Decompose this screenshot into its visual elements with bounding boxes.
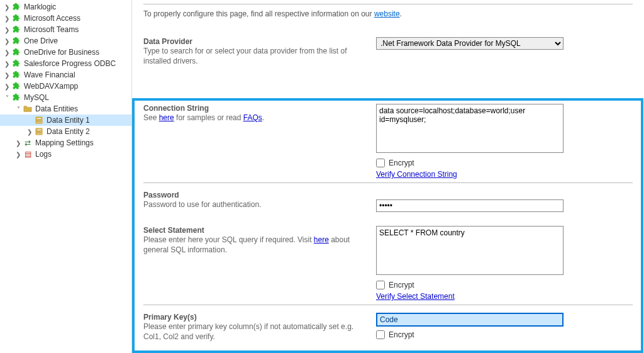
connection-string-desc: See here for samples or read FAQs.: [143, 113, 369, 123]
sidebar-tree: ❯Marklogic❯Microsoft Access❯Microsoft Te…: [0, 0, 131, 353]
tree-item-label: Microsoft Teams: [24, 25, 79, 34]
tree-item-label: MySQL: [24, 93, 49, 102]
tree-item-marklogic[interactable]: ❯Marklogic: [0, 1, 131, 13]
expand-icon[interactable]: ❯: [25, 128, 34, 135]
tree-item-onedrive-for-business[interactable]: ❯OneDrive for Business: [0, 47, 131, 58]
connection-here-link[interactable]: here: [159, 113, 174, 122]
tree-item-label: Mapping Settings: [35, 138, 94, 147]
tree-item-data-entities[interactable]: ˅Data Entities: [0, 103, 131, 115]
svg-rect-5: [37, 130, 42, 131]
puzzle-icon: [11, 25, 21, 35]
connection-string-input[interactable]: [376, 104, 564, 153]
tree-item-data-entity-1[interactable]: Data Entity 1: [0, 115, 131, 126]
connection-faqs-link[interactable]: FAQs: [243, 113, 262, 122]
puzzle-icon: [11, 70, 21, 80]
expand-icon[interactable]: ❯: [3, 72, 11, 79]
divider: [143, 305, 633, 305]
divider: [143, 182, 633, 183]
expand-icon[interactable]: [25, 117, 34, 124]
entity-icon: [34, 115, 44, 125]
tree-item-salesforce-progress-odbc[interactable]: ❯Salesforce Progress ODBC: [0, 58, 131, 69]
select-encrypt-label: Encrypt: [389, 281, 414, 289]
primary-key-encrypt-label: Encrypt: [389, 330, 414, 339]
password-input[interactable]: [376, 199, 564, 212]
tree-item-mapping-settings[interactable]: ❯⇄Mapping Settings: [0, 137, 131, 148]
svg-rect-6: [37, 132, 42, 132]
svg-rect-3: [37, 121, 42, 122]
tree-item-webdavxampp[interactable]: ❯WebDAVXampp: [0, 81, 131, 92]
expand-icon[interactable]: ❯: [3, 83, 11, 90]
tree-item-label: OneDrive for Business: [24, 48, 99, 57]
primary-key-input[interactable]: [376, 313, 564, 327]
tree-item-wave-financial[interactable]: ❯Wave Financial: [0, 69, 131, 81]
logs-icon: ▤: [23, 149, 33, 159]
tree-item-label: Salesforce Progress ODBC: [24, 59, 116, 68]
verify-connection-link[interactable]: Verify Connection String: [376, 170, 457, 179]
svg-rect-2: [37, 120, 42, 121]
tree-item-label: One Drive: [24, 36, 58, 45]
expand-icon[interactable]: ❯: [3, 49, 11, 56]
select-statement-title: Select Statement: [143, 226, 369, 235]
primary-key-encrypt-checkbox[interactable]: [376, 330, 385, 339]
svg-rect-1: [37, 118, 42, 120]
tree-item-label: Logs: [35, 150, 52, 159]
puzzle-icon: [11, 59, 21, 69]
main-content: To properly configure this page, find al…: [131, 0, 644, 353]
expand-icon[interactable]: ❯: [3, 38, 11, 45]
intro-before: To properly configure this page, find al…: [143, 9, 374, 18]
expand-icon[interactable]: ❯: [3, 4, 11, 11]
tree-item-label: Data Entity 1: [47, 116, 90, 125]
connection-encrypt-label: Encrypt: [389, 159, 414, 167]
expand-icon[interactable]: ❯: [3, 26, 11, 33]
intro-after: .: [400, 9, 402, 18]
data-provider-title: Data Provider: [143, 37, 369, 46]
expand-icon[interactable]: ❯: [14, 140, 23, 147]
expand-icon[interactable]: ❯: [3, 60, 11, 67]
primary-key-title: Primary Key(s): [143, 313, 369, 322]
tree-item-label: WebDAVXampp: [24, 82, 78, 91]
puzzle-icon: [11, 81, 21, 91]
mapping-icon: ⇄: [23, 138, 33, 148]
verify-select-link[interactable]: Verify Select Statement: [376, 292, 455, 301]
puzzle-icon: [11, 13, 21, 23]
select-encrypt-checkbox[interactable]: [376, 281, 385, 289]
password-desc: Password to use for authentication.: [143, 200, 369, 210]
website-link[interactable]: website: [374, 9, 400, 18]
puzzle-icon: [11, 36, 21, 46]
select-statement-input[interactable]: [376, 226, 564, 275]
tree-item-label: Marklogic: [24, 3, 56, 11]
primary-key-desc: Please enter primary key column(s) if no…: [143, 322, 369, 342]
puzzle-icon: [11, 2, 21, 12]
expand-icon[interactable]: ❯: [3, 15, 11, 22]
tree-item-label: Data Entity 2: [47, 127, 90, 136]
tree-item-label: Data Entities: [35, 104, 78, 113]
tree-item-label: Microsoft Access: [24, 14, 80, 23]
data-provider-desc: Type to search for or select your data p…: [143, 47, 369, 66]
puzzle-icon: [11, 47, 21, 57]
entity-icon: [34, 126, 44, 137]
divider: [143, 4, 633, 4]
tree-item-data-entity-2[interactable]: ❯Data Entity 2: [0, 126, 131, 137]
svg-rect-7: [37, 133, 42, 133]
tree-item-mysql[interactable]: ˅MySQL: [0, 92, 131, 103]
tree-item-microsoft-access[interactable]: ❯Microsoft Access: [0, 13, 131, 24]
password-title: Password: [143, 191, 369, 199]
select-here-link[interactable]: here: [314, 235, 329, 244]
connection-string-title: Connection String: [143, 104, 369, 113]
expand-icon[interactable]: ˅: [3, 94, 11, 101]
data-provider-select[interactable]: .Net Framework Data Provider for MySQL: [376, 37, 564, 50]
intro-text: To properly configure this page, find al…: [143, 9, 633, 18]
tree-item-microsoft-teams[interactable]: ❯Microsoft Teams: [0, 24, 131, 35]
puzzle-icon: [11, 92, 21, 103]
tree-item-one-drive[interactable]: ❯One Drive: [0, 35, 131, 47]
connection-encrypt-checkbox[interactable]: [376, 159, 385, 167]
tree-item-logs[interactable]: ❯▤Logs: [0, 148, 131, 160]
tree-item-label: Wave Financial: [24, 70, 75, 79]
folder-icon: [23, 104, 33, 114]
select-statement-desc: Please enter here your SQL query if requ…: [143, 235, 369, 255]
expand-icon[interactable]: ˅: [14, 106, 23, 113]
expand-icon[interactable]: ❯: [14, 151, 23, 158]
